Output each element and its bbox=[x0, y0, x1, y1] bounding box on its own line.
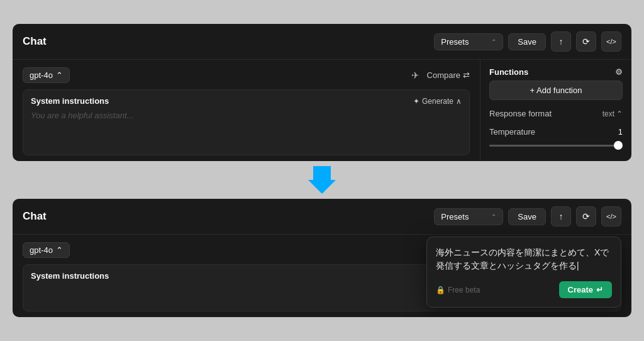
slider-track bbox=[489, 145, 623, 147]
popup-footer: 🔒 Free beta Create ↵ bbox=[436, 281, 612, 298]
bottom-panel: Chat Presets ⌃ Save ↑ ⟳ </> bbox=[13, 199, 631, 317]
model-actions: ✈ Compare ⇄ bbox=[411, 70, 470, 81]
sparkle-icon: ✦ bbox=[413, 97, 419, 106]
code-button[interactable]: </> bbox=[601, 31, 621, 52]
bottom-presets-chevron-icon: ⌃ bbox=[491, 213, 496, 220]
top-panel-header: Chat Presets ⌃ Save ↑ ⟳ </> bbox=[13, 24, 631, 60]
bottom-model-selector[interactable]: gpt-4o ⌃ bbox=[23, 242, 70, 258]
bottom-share-icon: ↑ bbox=[559, 211, 564, 221]
system-instructions-box: System instructions ✦ Generate ∧ You are… bbox=[23, 89, 470, 155]
enter-icon: ↵ bbox=[596, 285, 603, 294]
create-button[interactable]: Create ↵ bbox=[559, 281, 612, 298]
response-format-label: Response format bbox=[489, 109, 552, 118]
temperature-section: Temperature 1 bbox=[489, 127, 623, 150]
arrow-container bbox=[308, 161, 336, 199]
response-format-row: Response format text ⌃ bbox=[489, 109, 623, 118]
sys-header: System instructions ✦ Generate ∧ bbox=[31, 96, 462, 106]
bottom-model-chevron-icon: ⌃ bbox=[56, 245, 63, 255]
bottom-history-button[interactable]: ⟳ bbox=[576, 206, 596, 226]
save-button[interactable]: Save bbox=[508, 33, 546, 50]
sys-title: System instructions bbox=[31, 96, 109, 106]
arrow-shaft bbox=[313, 166, 331, 180]
history-icon: ⟳ bbox=[582, 36, 590, 47]
top-header-right: Presets ⌃ Save ↑ ⟳ </> bbox=[434, 31, 621, 52]
slider-thumb[interactable] bbox=[614, 141, 623, 150]
down-arrow bbox=[308, 166, 336, 194]
presets-label: Presets bbox=[441, 37, 469, 47]
temperature-slider[interactable] bbox=[489, 140, 623, 150]
bottom-panel-header: Chat Presets ⌃ Save ↑ ⟳ </> bbox=[13, 199, 631, 235]
popup-text[interactable]: 海外ニュースの内容を簡潔にまとめて、Xで発信する文章とハッシュタグを作る| bbox=[436, 246, 612, 272]
response-format-selector[interactable]: text ⌃ bbox=[602, 109, 623, 118]
functions-section: Functions ⚙ + Add function bbox=[489, 67, 623, 100]
generate-popup: 海外ニュースの内容を簡潔にまとめて、Xで発信する文章とハッシュタグを作る| 🔒 … bbox=[426, 237, 621, 308]
model-label: gpt-4o bbox=[30, 70, 53, 80]
gear-icon[interactable]: ⚙ bbox=[615, 67, 623, 77]
generate-button[interactable]: ✦ Generate ∧ bbox=[413, 97, 462, 106]
generate-label: Generate bbox=[422, 97, 453, 106]
slider-fill bbox=[489, 145, 623, 147]
top-panel-body: gpt-4o ⌃ ✈ Compare ⇄ System instructions bbox=[13, 60, 631, 161]
free-beta-text: Free beta bbox=[448, 286, 480, 294]
bottom-history-icon: ⟳ bbox=[582, 211, 590, 221]
bottom-header-right: Presets ⌃ Save ↑ ⟳ </> bbox=[434, 206, 621, 226]
collapse-icon: ∧ bbox=[456, 97, 462, 106]
bottom-panel-title: Chat bbox=[23, 210, 47, 223]
prompt-icon: ✈ bbox=[411, 70, 419, 81]
create-label: Create bbox=[568, 285, 593, 294]
sys-placeholder[interactable]: You are a helpful assistant... bbox=[31, 111, 462, 120]
add-function-button[interactable]: + Add function bbox=[489, 81, 623, 100]
top-panel: Chat Presets ⌃ Save ↑ ⟳ </> bbox=[13, 24, 631, 161]
functions-section-title: Functions ⚙ bbox=[489, 67, 623, 77]
bottom-model-label: gpt-4o bbox=[30, 245, 53, 255]
code-icon: </> bbox=[606, 38, 616, 45]
history-button[interactable]: ⟳ bbox=[576, 31, 596, 52]
free-beta-label: 🔒 Free beta bbox=[436, 286, 480, 294]
bottom-code-icon: </> bbox=[606, 213, 616, 220]
share-icon: ↑ bbox=[559, 36, 564, 47]
response-format-value: text bbox=[602, 109, 614, 118]
bottom-sys-title: System instructions bbox=[31, 271, 109, 281]
model-chevron-icon: ⌃ bbox=[56, 70, 63, 80]
bottom-presets-dropdown[interactable]: Presets ⌃ bbox=[434, 208, 503, 225]
functions-label: Functions bbox=[489, 67, 528, 77]
top-panel-title: Chat bbox=[23, 35, 47, 48]
bottom-save-button[interactable]: Save bbox=[508, 208, 546, 225]
temperature-row: Temperature 1 bbox=[489, 127, 623, 137]
presets-dropdown[interactable]: Presets ⌃ bbox=[434, 33, 503, 50]
lock-icon: 🔒 bbox=[436, 286, 445, 294]
top-panel-main: gpt-4o ⌃ ✈ Compare ⇄ System instructions bbox=[13, 60, 480, 161]
share-button[interactable]: ↑ bbox=[551, 31, 571, 52]
temperature-label: Temperature bbox=[489, 127, 535, 137]
response-format-chevron-icon: ⌃ bbox=[616, 109, 623, 118]
temperature-value: 1 bbox=[618, 127, 623, 137]
bottom-presets-label: Presets bbox=[441, 212, 469, 221]
top-panel-sidebar: Functions ⚙ + Add function Response form… bbox=[480, 60, 631, 161]
arrow-head bbox=[308, 180, 336, 194]
model-selector[interactable]: gpt-4o ⌃ bbox=[23, 67, 70, 83]
presets-chevron-icon: ⌃ bbox=[491, 38, 496, 45]
compare-label: Compare bbox=[427, 70, 460, 80]
model-row: gpt-4o ⌃ ✈ Compare ⇄ bbox=[23, 67, 470, 83]
response-format-section: Response format text ⌃ bbox=[489, 109, 623, 118]
bottom-share-button[interactable]: ↑ bbox=[551, 206, 571, 226]
bottom-code-button[interactable]: </> bbox=[601, 206, 621, 226]
compare-button[interactable]: Compare ⇄ bbox=[427, 70, 470, 80]
compare-arrows-icon: ⇄ bbox=[463, 70, 470, 80]
